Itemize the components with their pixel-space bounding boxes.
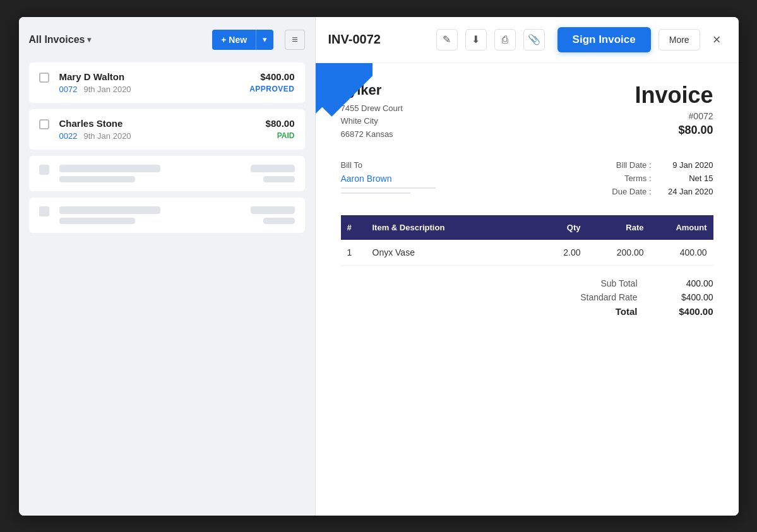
invoice-meta: 0072 9th Jan 2020 [59, 85, 245, 94]
invoice-table: # Item & Description Qty Rate Amount 1 O… [341, 215, 713, 266]
right-header: INV-0072 ✎ ⬇ ⎙ 📎 Sign Invoice More × [316, 17, 739, 63]
skeleton-line [59, 218, 135, 224]
terms-row: Terms : Net 15 [612, 174, 713, 183]
bill-to-label: Bill To [341, 160, 436, 170]
due-date-value: 24 Jan 2020 [657, 187, 713, 196]
bill-to-block: Bill To Aaron Brown [341, 160, 436, 198]
print-icon: ⎙ [502, 34, 508, 45]
skeleton-line [251, 206, 295, 214]
new-button[interactable]: + New [212, 30, 256, 50]
status-badge: APPROVED [249, 85, 294, 93]
due-date-row: Due Date : 24 Jan 2020 [612, 187, 713, 196]
skeleton-line [59, 206, 160, 214]
due-date-label: Due Date : [612, 187, 651, 196]
table-header-num: # [341, 215, 366, 240]
total-value: $400.00 [663, 306, 713, 317]
invoice-checkbox[interactable] [39, 119, 49, 129]
invoice-item[interactable]: Charles Stone 0022 9th Jan 2020 $80.00 P… [29, 109, 305, 150]
attach-icon: 📎 [528, 33, 540, 45]
bill-to-lines [341, 187, 436, 194]
left-header: All Invoices ▾ + New ▾ ≡ [19, 17, 315, 62]
close-button[interactable]: × [708, 29, 726, 50]
company-address-line2: White City [341, 115, 403, 128]
line-item-num: 1 [341, 240, 366, 266]
invoice-date: 9th Jan 2020 [83, 85, 131, 94]
invoice-info: Charles Stone 0022 9th Jan 2020 [59, 118, 261, 141]
skeleton-checkbox [39, 206, 49, 216]
all-invoices-button[interactable]: All Invoices ▾ [29, 34, 92, 45]
bill-line [341, 192, 410, 194]
skeleton-lines [59, 206, 246, 224]
skeleton-item [29, 156, 305, 191]
skeleton-line [263, 218, 295, 224]
skeleton-line [59, 176, 135, 182]
table-header-item: Item & Description [366, 215, 537, 240]
new-dropdown-button[interactable]: ▾ [256, 30, 273, 50]
new-button-label: + New [221, 35, 247, 45]
chevron-down-icon: ▾ [263, 35, 267, 44]
invoice-big-title: Invoice [635, 82, 713, 109]
skeleton-line [251, 165, 295, 172]
subtotal-value: 400.00 [663, 278, 713, 288]
invoice-item[interactable]: Mary D Walton 0072 9th Jan 2020 $400.00 … [29, 62, 305, 103]
invoice-title-block: Invoice #0072 $80.00 [635, 82, 713, 141]
download-button[interactable]: ⬇ [465, 29, 487, 50]
invoice-date: 9th Jan 2020 [83, 131, 131, 141]
invoice-name: Charles Stone [59, 118, 261, 129]
invoice-id: 0022 [59, 131, 78, 141]
line-item-rate: 200.00 [587, 240, 650, 266]
right-panel: INV-0072 ✎ ⬇ ⎙ 📎 Sign Invoice More × [316, 17, 739, 516]
terms-value: Net 15 [657, 174, 713, 183]
left-panel: All Invoices ▾ + New ▾ ≡ Mary D Walton [19, 17, 316, 516]
invoice-hash: #0072 [635, 111, 713, 121]
invoice-id: 0072 [59, 85, 78, 94]
table-row: 1 Onyx Vase 2.00 200.00 400.00 [341, 240, 713, 266]
line-item-qty: 2.00 [537, 240, 587, 266]
standard-rate-row: Standard Rate $400.00 [562, 292, 713, 302]
invoice-amount: $400.00 [260, 71, 294, 82]
skeleton-right [251, 206, 295, 224]
company-address-line1: 7455 Drew Court [341, 102, 403, 115]
bill-section: Bill To Aaron Brown Bill Date : 9 Jan 20… [341, 160, 713, 200]
invoice-content: Zylker 7455 Drew Court White City 66872 … [316, 63, 739, 516]
bill-dates-block: Bill Date : 9 Jan 2020 Terms : Net 15 Du… [612, 160, 713, 200]
standard-rate-label: Standard Rate [562, 292, 638, 302]
new-button-group: + New ▾ [212, 30, 273, 50]
chevron-down-icon: ▾ [87, 35, 91, 44]
skeleton-checkbox [39, 165, 49, 175]
invoice-amounts: $400.00 APPROVED [249, 71, 294, 93]
company-name: Zylker [341, 82, 403, 98]
invoice-name: Mary D Walton [59, 71, 245, 82]
bill-date-value: 9 Jan 2020 [657, 160, 713, 170]
print-button[interactable]: ⎙ [494, 29, 516, 50]
app-window: All Invoices ▾ + New ▾ ≡ Mary D Walton [19, 17, 739, 516]
edit-icon: ✎ [443, 33, 451, 45]
line-item-amount: 400.00 [650, 240, 713, 266]
table-header-qty: Qty [537, 215, 587, 240]
bill-date-label: Bill Date : [616, 160, 652, 170]
company-info: Zylker 7455 Drew Court White City 66872 … [341, 82, 403, 141]
line-item-description: Onyx Vase [366, 240, 537, 266]
skeleton-lines [59, 165, 246, 182]
table-header-amount: Amount [650, 215, 713, 240]
standard-rate-value: $400.00 [663, 292, 713, 302]
download-icon: ⬇ [472, 33, 480, 45]
invoice-top: Zylker 7455 Drew Court White City 66872 … [341, 82, 713, 141]
status-badge: PAID [277, 131, 295, 140]
subtotal-label: Sub Total [562, 278, 638, 288]
close-icon: × [713, 32, 721, 47]
company-address: 7455 Drew Court White City 66872 Kansas [341, 102, 403, 141]
sign-invoice-button[interactable]: Sign Invoice [557, 27, 651, 52]
terms-label: Terms : [624, 174, 652, 183]
all-invoices-label: All Invoices [29, 34, 85, 45]
invoice-list: Mary D Walton 0072 9th Jan 2020 $400.00 … [19, 62, 315, 516]
edit-button[interactable]: ✎ [436, 29, 458, 50]
more-button[interactable]: More [659, 29, 700, 50]
invoice-checkbox[interactable] [39, 73, 49, 83]
hamburger-icon: ≡ [292, 34, 297, 45]
menu-button[interactable]: ≡ [285, 30, 304, 50]
skeleton-right [251, 165, 295, 182]
attach-button[interactable]: 📎 [523, 29, 545, 50]
invoice-totals: Sub Total 400.00 Standard Rate $400.00 T… [341, 278, 713, 317]
table-header-row: # Item & Description Qty Rate Amount [341, 215, 713, 240]
